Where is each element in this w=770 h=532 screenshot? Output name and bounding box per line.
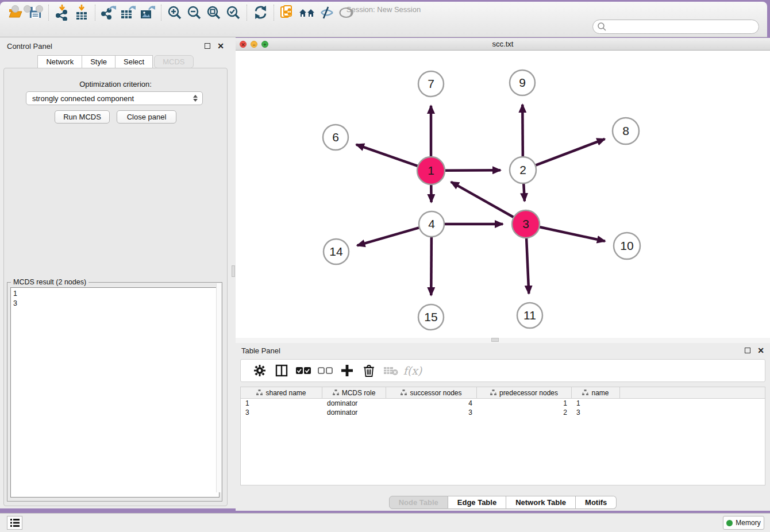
graph-node-9[interactable]: 9 (510, 70, 535, 95)
app-window-chrome: Session: New Session (0, 2, 767, 37)
edge-4-14[interactable] (357, 228, 419, 245)
edge-2-3[interactable] (523, 183, 525, 201)
edge-2-8[interactable] (536, 139, 605, 165)
edge-3-1[interactable] (451, 182, 514, 218)
graph-node-8[interactable]: 8 (613, 118, 639, 144)
table-tabs: Node Table Edge Table Network Table Moti… (236, 496, 770, 509)
node-label: 7 (428, 77, 434, 90)
network-canvas[interactable]: 1234678910111415 (236, 51, 770, 338)
column-type-icon (582, 390, 588, 396)
task-history-button[interactable] (7, 516, 22, 530)
table-panel-header: Table Panel ✕ (236, 343, 770, 358)
tab-select[interactable]: Select (116, 55, 153, 68)
list-icon (10, 519, 20, 527)
edge-2-9[interactable] (522, 105, 523, 157)
table-cell[interactable]: 3 (241, 408, 322, 417)
control-panel-tabs: Network Style Select MCDS (0, 55, 231, 68)
column-header-predecessor-nodes[interactable]: predecessor nodes (477, 387, 572, 398)
column-header-name[interactable]: name (572, 387, 620, 398)
tab-network[interactable]: Network (37, 55, 82, 68)
table-cell[interactable]: 1 (477, 399, 572, 408)
run-mcds-button[interactable]: Run MCDS (55, 110, 110, 124)
checked-boxes-icon (296, 367, 311, 375)
table-header-row: shared nameMCDS rolesuccessor nodesprede… (241, 387, 765, 399)
graph-node-7[interactable]: 7 (418, 71, 444, 97)
network-window-titlebar[interactable]: ✕ – + scc.txt (236, 38, 770, 51)
horizontal-split-handle[interactable] (491, 338, 499, 342)
graph-node-2[interactable]: 2 (510, 157, 536, 183)
tab-motifs[interactable]: Motifs (576, 496, 617, 509)
table-cell[interactable]: dominator (322, 399, 386, 408)
search-input[interactable] (592, 20, 759, 34)
optimization-criterion-label: Optimization criterion: (4, 80, 227, 88)
table-settings-button[interactable] (249, 361, 271, 380)
table-row[interactable]: 3dominator323 (241, 408, 765, 417)
horizontal-split-divider[interactable] (236, 338, 770, 343)
tab-edge-table[interactable]: Edge Table (448, 496, 506, 509)
column-header-MCDS-role[interactable]: MCDS role (322, 387, 386, 398)
create-column-button[interactable] (336, 361, 358, 380)
memory-label: Memory (736, 519, 760, 527)
edge-3-10[interactable] (539, 227, 605, 241)
graph-node-11[interactable]: 11 (517, 303, 542, 328)
table-cell[interactable]: 3 (386, 408, 477, 417)
tab-network-table[interactable]: Network Table (506, 496, 576, 509)
table-cell[interactable]: 1 (241, 399, 322, 408)
vertical-split-handle[interactable] (232, 265, 235, 277)
table-panel: Table Panel ✕ f(x) shared nameMCDS (236, 343, 770, 511)
node-label: 4 (428, 217, 435, 230)
tab-node-table[interactable]: Node Table (389, 496, 448, 509)
column-header-successor-nodes[interactable]: successor nodes (386, 387, 477, 398)
fx-icon: f(x) (403, 364, 422, 377)
network-graph[interactable]: 1234678910111415 (236, 51, 770, 338)
criterion-value: strongly connected component (32, 94, 134, 103)
function-builder-button[interactable]: f(x) (402, 361, 424, 380)
close-panel-icon[interactable]: ✕ (757, 346, 764, 355)
graph-node-15[interactable]: 15 (418, 304, 444, 330)
close-panel-icon[interactable]: ✕ (217, 41, 224, 51)
criterion-select[interactable]: strongly connected component (26, 91, 203, 105)
float-panel-icon[interactable] (205, 42, 210, 51)
table-cell[interactable]: 1 (572, 399, 620, 408)
graph-node-14[interactable]: 14 (324, 239, 349, 264)
table-cell[interactable]: dominator (322, 408, 386, 417)
tab-style[interactable]: Style (82, 55, 116, 68)
graph-node-1[interactable]: 1 (417, 157, 445, 184)
edge-1-6[interactable] (356, 145, 418, 167)
node-label: 3 (522, 217, 529, 230)
delete-column-button[interactable] (358, 361, 380, 380)
edge-1-2[interactable] (445, 170, 500, 171)
mcds-result-text[interactable]: 1 3 (10, 287, 220, 498)
show-column-button[interactable] (271, 361, 292, 380)
table-cell[interactable]: 3 (572, 408, 620, 417)
column-type-icon (401, 390, 407, 396)
edge-4-15[interactable] (431, 237, 432, 295)
graph-node-4[interactable]: 4 (419, 211, 444, 237)
table-panel-title: Table Panel (241, 346, 280, 355)
node-label: 11 (523, 309, 536, 322)
table-cell[interactable]: 4 (386, 399, 477, 408)
graph-node-3[interactable]: 3 (512, 210, 540, 238)
node-label: 14 (329, 245, 343, 258)
search-icon (597, 22, 607, 32)
float-panel-icon[interactable] (745, 346, 750, 355)
table-row[interactable]: 1dominator411 (241, 399, 765, 408)
gear-icon (254, 365, 265, 376)
graph-node-10[interactable]: 10 (614, 233, 640, 259)
deselect-all-columns-button[interactable] (314, 361, 336, 380)
plus-icon (341, 364, 353, 377)
close-panel-button[interactable]: Close panel (117, 110, 176, 124)
titlebar[interactable]: Session: New Session (0, 2, 767, 16)
column-header-shared-name[interactable]: shared name (241, 387, 322, 398)
tab-mcds[interactable]: MCDS (154, 55, 193, 68)
search-field (592, 20, 759, 34)
delete-table-button[interactable] (380, 361, 402, 380)
table-cell[interactable]: 2 (477, 408, 572, 417)
result-scrollbar[interactable] (216, 283, 221, 492)
graph-node-6[interactable]: 6 (323, 125, 348, 150)
node-table[interactable]: shared nameMCDS rolesuccessor nodesprede… (240, 387, 765, 485)
edge-3-11[interactable] (526, 238, 529, 294)
memory-button[interactable]: Memory (723, 516, 764, 530)
select-all-columns-button[interactable] (292, 361, 314, 380)
mcds-tab-content: Optimization criterion: strongly connect… (3, 68, 228, 506)
